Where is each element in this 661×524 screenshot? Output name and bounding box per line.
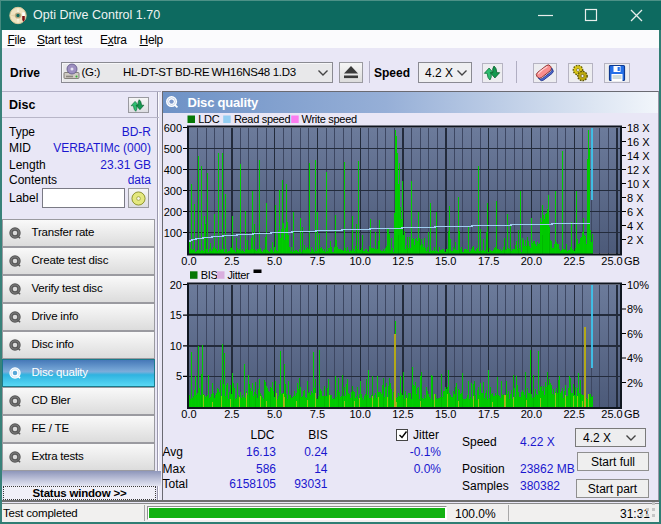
- svg-text:Write speed: Write speed: [302, 113, 357, 125]
- svg-text:Jitter: Jitter: [227, 269, 250, 281]
- svg-text:4%: 4%: [627, 352, 643, 364]
- svg-text:18 X: 18 X: [627, 122, 650, 134]
- svg-text:10: 10: [170, 340, 182, 352]
- svg-text:2.5: 2.5: [224, 408, 239, 420]
- svg-text:200: 200: [164, 206, 182, 218]
- svg-text:400: 400: [164, 164, 182, 176]
- svg-text:5: 5: [176, 370, 182, 382]
- svg-text:15: 15: [170, 309, 182, 321]
- svg-text:600: 600: [164, 122, 182, 134]
- svg-text:22.5: 22.5: [563, 408, 584, 420]
- svg-text:300: 300: [164, 185, 182, 197]
- svg-text:BIS: BIS: [201, 269, 218, 281]
- svg-text:17.5: 17.5: [478, 408, 499, 420]
- svg-text:2.5: 2.5: [224, 255, 239, 266]
- svg-text:2 X: 2 X: [627, 234, 644, 246]
- svg-text:Read speed: Read speed: [234, 113, 291, 125]
- svg-text:15.0: 15.0: [435, 408, 456, 420]
- svg-text:25.0: 25.0: [601, 255, 622, 266]
- svg-text:14 X: 14 X: [627, 150, 650, 162]
- svg-text:10 X: 10 X: [627, 178, 650, 190]
- svg-text:4 X: 4 X: [627, 220, 644, 232]
- svg-text:20.0: 20.0: [521, 255, 542, 266]
- svg-text:LDC: LDC: [198, 113, 219, 125]
- svg-text:20.0: 20.0: [521, 408, 542, 420]
- svg-text:12 X: 12 X: [627, 164, 650, 176]
- svg-text:12.5: 12.5: [392, 408, 413, 420]
- svg-text:0.0: 0.0: [181, 408, 196, 420]
- svg-text:10%: 10%: [627, 279, 649, 291]
- svg-text:10.0: 10.0: [349, 408, 370, 420]
- svg-text:6%: 6%: [627, 328, 643, 340]
- svg-text:12.5: 12.5: [392, 255, 413, 266]
- svg-text:8%: 8%: [627, 303, 643, 315]
- svg-text:8 X: 8 X: [627, 192, 644, 204]
- svg-text:GB: GB: [624, 408, 640, 420]
- svg-text:17.5: 17.5: [478, 255, 499, 266]
- svg-text:5.0: 5.0: [267, 255, 282, 266]
- svg-text:500: 500: [164, 143, 182, 155]
- svg-text:6 X: 6 X: [627, 206, 644, 218]
- svg-text:GB: GB: [624, 255, 640, 266]
- svg-text:25.0: 25.0: [601, 408, 622, 420]
- svg-text:2%: 2%: [627, 377, 643, 389]
- svg-text:7.5: 7.5: [310, 408, 325, 420]
- svg-text:15.0: 15.0: [435, 255, 456, 266]
- svg-text:16 X: 16 X: [627, 136, 650, 148]
- svg-text:100: 100: [164, 227, 182, 239]
- svg-text:22.5: 22.5: [563, 255, 584, 266]
- svg-text:20: 20: [170, 279, 182, 291]
- svg-text:0.0: 0.0: [181, 255, 196, 266]
- svg-text:5.0: 5.0: [267, 408, 282, 420]
- svg-text:7.5: 7.5: [310, 255, 325, 266]
- svg-text:10.0: 10.0: [349, 255, 370, 266]
